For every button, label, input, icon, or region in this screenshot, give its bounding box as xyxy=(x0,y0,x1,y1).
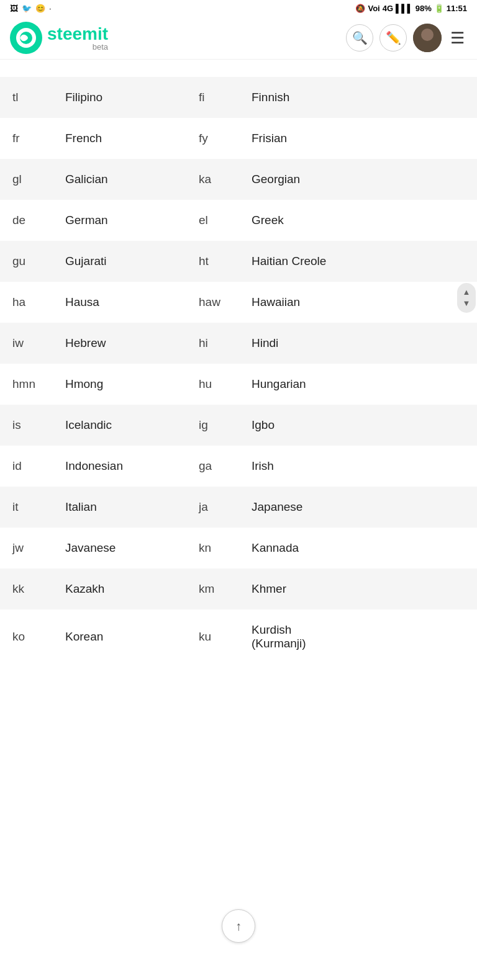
cell-name-frisian: Frisian xyxy=(239,118,477,159)
scroll-up-arrow[interactable]: ▲ xyxy=(463,287,471,298)
edit-icon: ✏️ xyxy=(386,30,401,45)
cell-name-german: German xyxy=(53,200,186,241)
edit-button[interactable]: ✏️ xyxy=(379,24,407,52)
cell-code-fi: fi xyxy=(186,77,239,118)
cell-name-icelandic: Icelandic xyxy=(53,405,186,446)
header: steemit beta 🔍 ✏️ ☰ xyxy=(0,17,477,60)
table-row: is Icelandic ig Igbo xyxy=(0,405,477,446)
twitter-icon: 🐦 xyxy=(22,4,32,13)
table-row: tl Filipino fi Finnish xyxy=(0,77,477,118)
status-left-icons: 🖼 🐦 😊 · xyxy=(10,4,52,13)
cell-code-el: el xyxy=(186,200,239,241)
avatar[interactable] xyxy=(413,24,442,52)
logo-area: steemit beta xyxy=(10,22,338,54)
logo-title: steemit xyxy=(47,25,108,43)
cell-code-hi: hi xyxy=(186,323,239,364)
logo-beta: beta xyxy=(47,43,108,51)
cell-name-igbo: Igbo xyxy=(239,405,477,446)
table-row: it Italian ja Japanese xyxy=(0,487,477,528)
cell-code-jw: jw xyxy=(0,528,53,569)
cell-name-finnish: Finnish xyxy=(239,77,477,118)
scroll-down-arrow[interactable]: ▼ xyxy=(463,298,471,309)
cell-code-id: id xyxy=(0,446,53,487)
cell-name-hebrew: Hebrew xyxy=(53,323,186,364)
time: 11:51 xyxy=(447,4,467,13)
cell-code-ht: ht xyxy=(186,241,239,282)
cell-name-hawaiian: Hawaiian xyxy=(239,282,477,323)
table-row: gl Galician ka Georgian xyxy=(0,159,477,200)
cell-name-french: French xyxy=(53,118,186,159)
cell-name-hindi: Hindi xyxy=(239,323,477,364)
language-table: tl Filipino fi Finnish fr French fy Fris… xyxy=(0,60,477,664)
cell-code-gu: gu xyxy=(0,241,53,282)
cell-code-fr: fr xyxy=(0,118,53,159)
cell-code-de: de xyxy=(0,200,53,241)
cell-code-kk: kk xyxy=(0,569,53,609)
notification-icon: 🔕 xyxy=(355,4,365,13)
bars-icon: ▌▌▌ xyxy=(396,4,413,13)
cell-code-km: km xyxy=(186,569,239,609)
cell-name-georgian: Georgian xyxy=(239,159,477,200)
table-row: ha Hausa haw Hawaiian xyxy=(0,282,477,323)
cell-code2 xyxy=(186,60,239,77)
status-right-info: 🔕 Voi 4G ▌▌▌ 98% 🔋 11:51 xyxy=(355,4,467,13)
language-table-wrapper: tl Filipino fi Finnish fr French fy Fris… xyxy=(0,60,477,664)
steemit-logo-icon xyxy=(10,22,42,54)
table-row: jw Javanese kn Kannada xyxy=(0,528,477,569)
table-row-partial xyxy=(0,60,477,77)
cell-code-hmn: hmn xyxy=(0,364,53,405)
cell-name-filipino: Filipino xyxy=(53,77,186,118)
cell-name-kurdish: Kurdish(Kurmanji) xyxy=(239,609,477,664)
cell-name-italian: Italian xyxy=(53,487,186,528)
table-row: hmn Hmong hu Hungarian xyxy=(0,364,477,405)
cell-code-ga: ga xyxy=(186,446,239,487)
cell-code-fy: fy xyxy=(186,118,239,159)
search-icon: 🔍 xyxy=(352,30,368,45)
cell-code-it: it xyxy=(0,487,53,528)
cell-code-iw: iw xyxy=(0,323,53,364)
table-row: de German el Greek xyxy=(0,200,477,241)
cell-name-korean: Korean xyxy=(53,609,186,664)
cell-code-ka: ka xyxy=(186,159,239,200)
table-row: kk Kazakh km Khmer xyxy=(0,569,477,609)
face-icon: 😊 xyxy=(35,4,45,13)
cell-code-ha: ha xyxy=(0,282,53,323)
cell-name-khmer: Khmer xyxy=(239,569,477,609)
cell-name-hungarian: Hungarian xyxy=(239,364,477,405)
svg-point-4 xyxy=(421,29,434,41)
cell-name-haitian-creole: Haitian Creole xyxy=(239,241,477,282)
cell-name xyxy=(53,60,186,77)
cell-code-ig: ig xyxy=(186,405,239,446)
4g-icon: 4G xyxy=(383,4,393,13)
header-icons: 🔍 ✏️ ☰ xyxy=(346,24,467,52)
cell-code-ja: ja xyxy=(186,487,239,528)
logo-text: steemit beta xyxy=(47,25,108,51)
battery-icon: 🔋 xyxy=(434,4,444,13)
cell-code-ku: ku xyxy=(186,609,239,664)
avatar-image xyxy=(413,24,442,52)
cell-code xyxy=(0,60,53,77)
scroll-indicator[interactable]: ▲ ▼ xyxy=(457,283,476,313)
menu-icon[interactable]: ☰ xyxy=(448,26,467,50)
search-button[interactable]: 🔍 xyxy=(346,24,373,52)
battery-percent: 98% xyxy=(416,4,432,13)
cell-name-hausa: Hausa xyxy=(53,282,186,323)
cell-name-kannada: Kannada xyxy=(239,528,477,569)
cell-code-hu: hu xyxy=(186,364,239,405)
table-row: id Indonesian ga Irish xyxy=(0,446,477,487)
cell-code-ko: ko xyxy=(0,609,53,664)
cell-code-is: is xyxy=(0,405,53,446)
table-row: ko Korean ku Kurdish(Kurmanji) xyxy=(0,609,477,664)
cell-name-javanese: Javanese xyxy=(53,528,186,569)
status-bar: 🖼 🐦 😊 · 🔕 Voi 4G ▌▌▌ 98% 🔋 11:51 xyxy=(0,0,477,17)
signal-icon: Voi xyxy=(368,4,379,13)
table-row: iw Hebrew hi Hindi xyxy=(0,323,477,364)
cell-code-tl: tl xyxy=(0,77,53,118)
table-row: fr French fy Frisian xyxy=(0,118,477,159)
cell-name-gujarati: Gujarati xyxy=(53,241,186,282)
cell-name-kazakh: Kazakh xyxy=(53,569,186,609)
cell-name-indonesian: Indonesian xyxy=(53,446,186,487)
cell-name-hmong: Hmong xyxy=(53,364,186,405)
dot-icon: · xyxy=(49,4,52,13)
cell-name-galician: Galician xyxy=(53,159,186,200)
